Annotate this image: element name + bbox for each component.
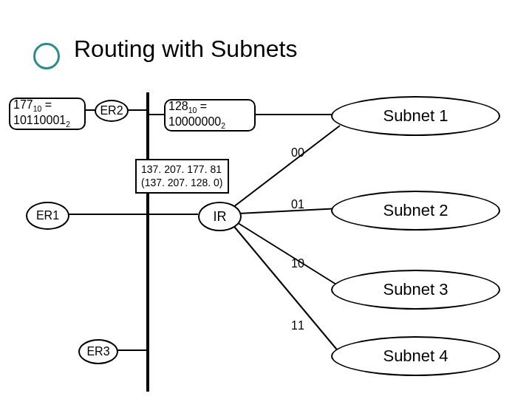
node-ir: IR — [198, 202, 242, 231]
node-er3: ER3 — [78, 339, 118, 364]
node-er2: ER2 — [95, 100, 129, 122]
node-subnet-2: Subnet 2 — [331, 191, 500, 231]
node-subnet-3: Subnet 3 — [331, 270, 500, 310]
svg-line-7 — [224, 214, 340, 287]
svg-line-5 — [224, 126, 340, 214]
bits-00: 00 — [291, 146, 304, 160]
svg-line-8 — [224, 214, 340, 353]
node-er1: ER1 — [26, 202, 69, 230]
bits-11: 11 — [291, 319, 304, 332]
title-bullet-icon — [33, 43, 60, 69]
bits-01: 01 — [291, 198, 304, 211]
node-ip-box: 137. 207. 177. 81 (137. 207. 128. 0) — [135, 159, 229, 194]
node-subnet-1: Subnet 1 — [331, 96, 500, 136]
node-val-177: 17710 = 101100012 — [9, 98, 86, 130]
page-title: Routing with Subnets — [74, 35, 297, 63]
node-subnet-4: Subnet 4 — [331, 336, 500, 376]
node-val-128: 12810 = 100000002 — [164, 99, 256, 132]
bits-10: 10 — [291, 257, 304, 270]
